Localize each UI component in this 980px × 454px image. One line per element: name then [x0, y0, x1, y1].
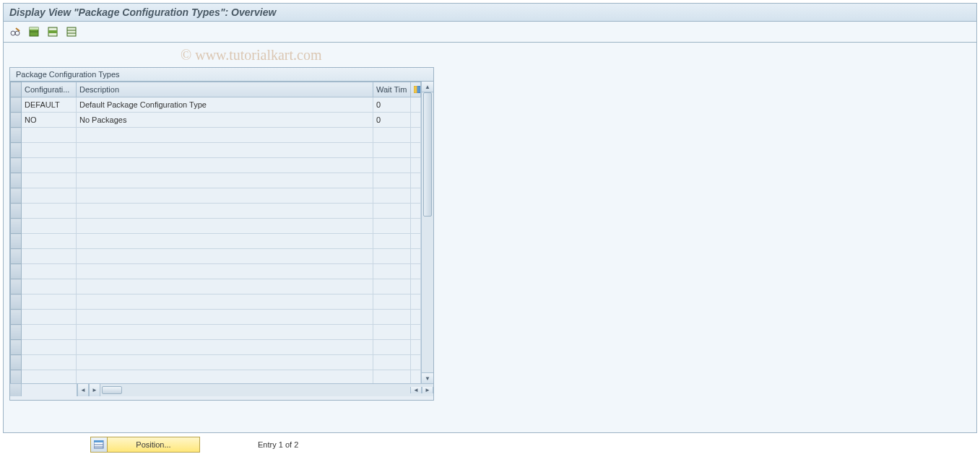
cell-configuration[interactable] [22, 279, 77, 294]
cell-configuration[interactable] [22, 310, 77, 325]
cell-configuration[interactable] [22, 128, 77, 143]
cell-wait-time[interactable] [373, 219, 411, 234]
row-selector[interactable] [11, 340, 22, 355]
table-row[interactable] [11, 310, 421, 325]
table-row[interactable] [11, 264, 421, 279]
row-selector[interactable] [11, 97, 22, 113]
cell-wait-time[interactable] [373, 294, 411, 310]
cell-description[interactable] [77, 173, 373, 188]
scroll-left-end-button[interactable]: ◄ [410, 387, 422, 393]
cell-configuration[interactable]: DEFAULT [22, 97, 77, 113]
cell-configuration[interactable] [22, 143, 77, 158]
row-selector[interactable] [11, 128, 22, 143]
cell-configuration[interactable] [22, 370, 77, 384]
position-button[interactable]: Position... [90, 437, 200, 453]
table-row[interactable] [11, 158, 421, 173]
cell-configuration[interactable] [22, 340, 77, 355]
cell-description[interactable]: Default Package Configuration Type [77, 97, 373, 113]
table-row[interactable] [11, 325, 421, 340]
cell-description[interactable] [77, 219, 373, 234]
cell-wait-time[interactable]: 0 [373, 97, 411, 113]
cell-configuration[interactable] [22, 188, 77, 204]
cell-wait-time[interactable] [373, 128, 411, 143]
cell-description[interactable] [77, 234, 373, 249]
change-mode-button[interactable] [8, 25, 22, 39]
select-block-button[interactable] [45, 25, 60, 39]
cell-description[interactable] [77, 325, 373, 340]
table-row[interactable] [11, 219, 421, 234]
select-all-header[interactable] [11, 82, 22, 97]
row-selector[interactable] [11, 204, 22, 219]
cell-wait-time[interactable] [373, 188, 411, 204]
table-row[interactable] [11, 370, 421, 384]
cell-description[interactable]: No Packages [77, 113, 373, 128]
cell-description[interactable] [77, 188, 373, 204]
table-row[interactable] [11, 143, 421, 158]
deselect-all-button[interactable] [64, 25, 79, 39]
table-row[interactable] [11, 294, 421, 310]
cell-configuration[interactable] [22, 355, 77, 370]
row-selector[interactable] [11, 249, 22, 264]
cell-configuration[interactable] [22, 158, 77, 173]
cell-wait-time[interactable] [373, 249, 411, 264]
scroll-right-end-button[interactable]: ► [422, 387, 433, 393]
vertical-scroll-thumb[interactable] [423, 92, 432, 217]
cell-wait-time[interactable] [373, 370, 411, 384]
row-selector[interactable] [11, 219, 22, 234]
table-row[interactable] [11, 249, 421, 264]
cell-description[interactable] [77, 249, 373, 264]
cell-configuration[interactable] [22, 219, 77, 234]
scroll-right-step-button[interactable]: ► [89, 384, 100, 396]
cell-description[interactable] [77, 370, 373, 384]
row-selector[interactable] [11, 264, 22, 279]
cell-configuration[interactable]: NO [22, 113, 77, 128]
col-description[interactable]: Description [77, 82, 373, 97]
cell-description[interactable] [77, 340, 373, 355]
row-selector[interactable] [11, 234, 22, 249]
cell-description[interactable] [77, 158, 373, 173]
row-selector[interactable] [11, 158, 22, 173]
vertical-scrollbar[interactable]: ▲ ▼ [421, 82, 433, 383]
table-row[interactable] [11, 128, 421, 143]
row-selector[interactable] [11, 325, 22, 340]
table-row[interactable] [11, 234, 421, 249]
row-selector[interactable] [11, 279, 22, 294]
table-row[interactable] [11, 340, 421, 355]
row-selector[interactable] [11, 143, 22, 158]
cell-wait-time[interactable] [373, 264, 411, 279]
table-row[interactable]: DEFAULTDefault Package Configuration Typ… [11, 97, 421, 113]
cell-configuration[interactable] [22, 249, 77, 264]
cell-wait-time[interactable] [373, 355, 411, 370]
cell-wait-time[interactable] [373, 340, 411, 355]
table-row[interactable]: NONo Packages0 [11, 113, 421, 128]
table-row[interactable] [11, 279, 421, 294]
cell-wait-time[interactable]: 0 [373, 113, 411, 128]
cell-description[interactable] [77, 279, 373, 294]
horizontal-scroll-thumb[interactable] [102, 386, 122, 394]
cell-configuration[interactable] [22, 173, 77, 188]
row-selector[interactable] [11, 310, 22, 325]
table-row[interactable] [11, 188, 421, 204]
scroll-down-button[interactable]: ▼ [422, 372, 433, 383]
cell-wait-time[interactable] [373, 279, 411, 294]
row-selector[interactable] [11, 355, 22, 370]
cell-description[interactable] [77, 264, 373, 279]
cell-configuration[interactable] [22, 325, 77, 340]
cell-configuration[interactable] [22, 234, 77, 249]
table-row[interactable] [11, 355, 421, 370]
cell-wait-time[interactable] [373, 158, 411, 173]
row-selector[interactable] [11, 370, 22, 384]
cell-description[interactable] [77, 310, 373, 325]
cell-wait-time[interactable] [373, 310, 411, 325]
scroll-left-button[interactable]: ◄ [77, 384, 89, 396]
select-all-button[interactable] [27, 25, 41, 39]
col-configuration[interactable]: Configurati... [22, 82, 77, 97]
cell-configuration[interactable] [22, 294, 77, 310]
cell-description[interactable] [77, 128, 373, 143]
row-selector[interactable] [11, 173, 22, 188]
cell-configuration[interactable] [22, 204, 77, 219]
cell-description[interactable] [77, 294, 373, 310]
cell-wait-time[interactable] [373, 234, 411, 249]
cell-wait-time[interactable] [373, 325, 411, 340]
scroll-up-button[interactable]: ▲ [422, 82, 433, 92]
